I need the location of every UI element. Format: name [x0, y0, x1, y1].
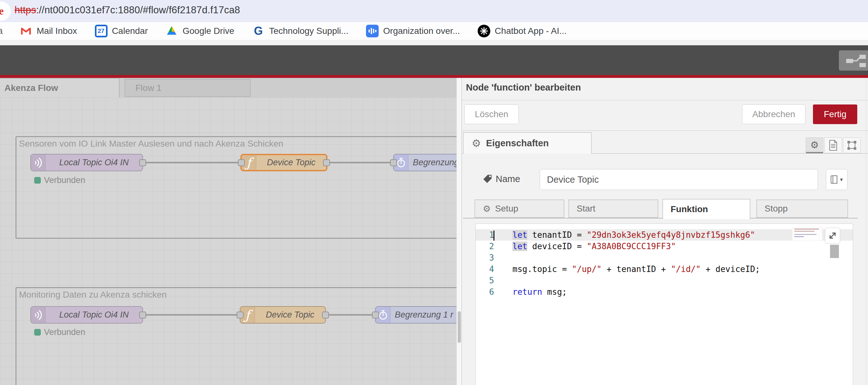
- site-favicon-fragment: e: [0, 5, 4, 17]
- appearance-tool-button[interactable]: [843, 138, 861, 153]
- gear-icon: ⚙: [472, 137, 481, 149]
- bookmark-chatbot-app[interactable]: Chatbot App - AI...: [478, 25, 566, 37]
- tab-akenza-flow[interactable]: Akenza Flow: [0, 78, 120, 97]
- wire: [328, 162, 394, 164]
- chevron-down-icon: ▾: [840, 176, 843, 183]
- node-input-port[interactable]: [238, 159, 245, 166]
- node-input-port[interactable]: [390, 159, 397, 166]
- bookmark-google-drive[interactable]: Google Drive: [165, 25, 234, 37]
- bookmark-organization-overview[interactable]: Organization over...: [366, 25, 460, 37]
- bookmark-label: Google Drive: [183, 26, 234, 36]
- properties-tool-button[interactable]: ⚙: [806, 138, 824, 153]
- code-line[interactable]: 2let deviceID = "A38A0BC9CCC19FF3": [476, 241, 853, 252]
- node-label: Device Topic: [255, 310, 325, 320]
- group-title: Sensoren vom IO Link Master Auslesen und…: [17, 137, 457, 149]
- document-icon: [829, 140, 838, 151]
- tab-setup[interactable]: ⚙ Setup: [474, 200, 564, 218]
- name-field-row: Name ▾: [462, 169, 868, 190]
- expand-icon: [828, 231, 837, 240]
- bookmark-label-fragment: a: [0, 25, 3, 36]
- delete-button[interactable]: Löschen: [464, 105, 519, 124]
- tab-properties[interactable]: ⚙ Eigenschaften: [463, 132, 592, 153]
- code-line[interactable]: 3: [476, 252, 853, 263]
- node-delay-2[interactable]: Begrenzung 1 r: [375, 306, 457, 324]
- bookmark-label: Mail Inbox: [37, 26, 77, 36]
- expand-editor-button[interactable]: [825, 228, 840, 243]
- selection-frame-icon: [847, 140, 857, 150]
- tag-icon: [483, 174, 492, 185]
- node-mqtt-in-1[interactable]: Local Topic Oi4 IN: [30, 154, 143, 171]
- status-connected-dot: [34, 329, 41, 335]
- node-delay-1[interactable]: Begrenzung: [393, 154, 457, 171]
- node-input-port[interactable]: [372, 312, 379, 319]
- node-mqtt-in-2[interactable]: Local Topic Oi4 IN: [30, 306, 143, 324]
- google-drive-icon: [165, 25, 178, 37]
- library-dropdown-button[interactable]: ▾: [826, 169, 847, 190]
- tab-label: Stopp: [765, 204, 788, 214]
- description-tool-button[interactable]: [824, 138, 842, 153]
- editor-header: [0, 45, 868, 75]
- url-text[interactable]: https://nt0001c031ef7c:1880/#flow/f6f218…: [14, 4, 240, 16]
- code-line[interactable]: 4msg.topic = "/up/" + tenantID + "/id/" …: [476, 263, 853, 275]
- node-output-port[interactable]: [322, 312, 329, 319]
- wire: [143, 162, 242, 164]
- tab-funktion-active[interactable]: Funktion: [662, 199, 750, 219]
- cancel-button[interactable]: Abbrechen: [742, 105, 805, 124]
- tab-label: Start: [577, 204, 595, 214]
- node-function-2[interactable]: ƒ Device Topic: [240, 306, 326, 324]
- tab-start[interactable]: Start: [568, 200, 658, 218]
- flow-canvas[interactable]: Akenza Flow Flow 1 Sensoren vom IO Link …: [0, 78, 457, 385]
- node-input-port[interactable]: [237, 312, 244, 319]
- line-number: 1: [476, 230, 494, 240]
- text-cursor: [493, 231, 494, 241]
- site-info-chip[interactable]: e: [0, 2, 11, 21]
- browser-url-bar[interactable]: e https://nt0001c031ef7c:1880/#flow/f6f2…: [0, 0, 868, 22]
- bookmark-label: Organization over...: [383, 26, 460, 36]
- node-function-1-selected[interactable]: ƒ Device Topic: [240, 154, 328, 171]
- wire: [326, 314, 376, 316]
- bookmark-technology-supplier[interactable]: G Technology Suppli...: [252, 25, 349, 37]
- calendar-day-number: 27: [96, 26, 106, 36]
- node-output-port[interactable]: [139, 159, 146, 166]
- flow-tab-bar: Akenza Flow Flow 1: [0, 78, 457, 97]
- code-line[interactable]: 5: [476, 275, 853, 286]
- g-letter-icon: G: [252, 25, 265, 37]
- asterisk-icon: [478, 25, 490, 37]
- line-number: 3: [476, 253, 494, 263]
- code-line[interactable]: 6return msg;: [476, 286, 853, 298]
- sidebar-toggle-button[interactable]: [839, 50, 868, 70]
- line-number: 4: [476, 264, 494, 274]
- line-number: 6: [476, 287, 494, 297]
- bookmark-calendar[interactable]: 27 Google Drive Calendar: [95, 25, 148, 37]
- wire: [143, 314, 240, 316]
- tab-stopp[interactable]: Stopp: [756, 200, 848, 218]
- flow-group-sensoren[interactable]: Sensoren vom IO Link Master Auslesen und…: [16, 136, 457, 239]
- name-label: Name: [496, 174, 520, 184]
- bookmark-mail-inbox[interactable]: Mail Inbox: [20, 25, 77, 37]
- header-accent-line: [0, 75, 868, 78]
- bookmark-label: Calendar: [112, 26, 148, 36]
- page-top-strip: [0, 40, 868, 45]
- node-output-port[interactable]: [323, 159, 330, 166]
- flow-nodes-icon: [845, 54, 866, 67]
- bookmarks-bar: a Mail Inbox 27 Google Drive Calendar Go…: [0, 22, 868, 40]
- name-input[interactable]: [540, 169, 818, 190]
- book-icon: [831, 175, 838, 184]
- scrollbar-thumb[interactable]: [458, 311, 461, 343]
- canvas-vertical-scrollbar[interactable]: [457, 78, 462, 385]
- broadcast-icon: [31, 154, 45, 171]
- divider: [463, 218, 858, 218]
- node-status-2: Verbunden: [34, 327, 85, 337]
- function-code-editor[interactable]: 1let tenantID = "29dn3ok3ek5yefq4y8jnvbz…: [475, 224, 853, 385]
- group-title: Monitoring Daten zu Akenza schicken: [17, 288, 457, 300]
- status-text: Verbunden: [44, 175, 85, 185]
- code-minimap: [792, 227, 823, 241]
- node-label: Device Topic: [256, 158, 326, 168]
- tab-flow-1[interactable]: Flow 1: [125, 79, 251, 97]
- tray-right-edge: [866, 78, 866, 385]
- done-button[interactable]: Fertig: [813, 105, 857, 124]
- node-edit-tray: Node 'function' bearbeiten Löschen Abbre…: [462, 78, 868, 385]
- node-label: Begrenzung: [408, 158, 457, 168]
- node-output-port[interactable]: [139, 312, 146, 319]
- editor-scrollbar-thumb[interactable]: [830, 245, 839, 258]
